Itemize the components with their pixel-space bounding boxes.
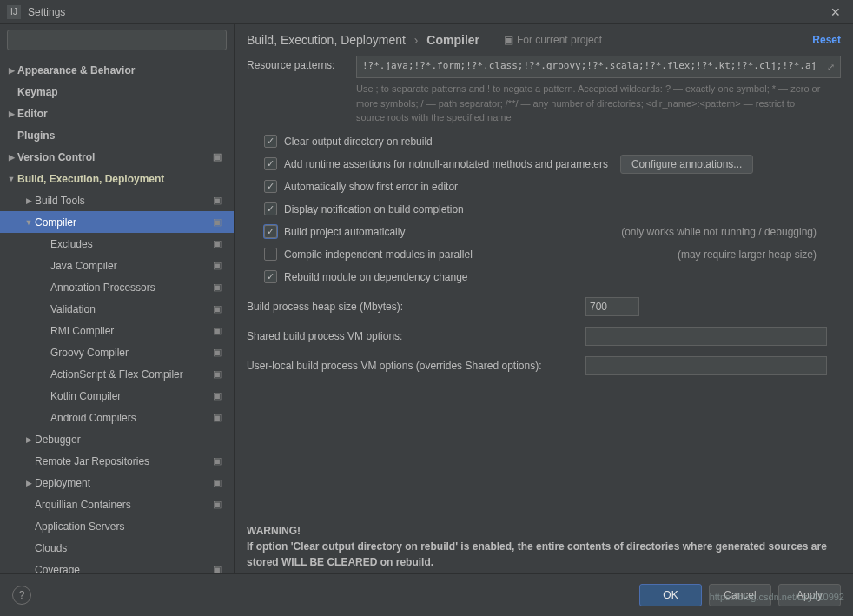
heap-size-input[interactable] [585,297,639,316]
search-input[interactable] [7,30,227,50]
tree-item-groovy-compiler[interactable]: Groovy Compiler▣ [0,341,234,363]
tree-item-build-tools[interactable]: ▶Build Tools▣ [0,189,234,211]
tree-item-rmi-compiler[interactable]: RMI Compiler▣ [0,320,234,341]
tree-item-excludes[interactable]: Excludes▣ [0,233,234,255]
project-scope-icon: ▣ [213,238,227,249]
tree-item-debugger[interactable]: ▶Debugger [0,428,234,450]
breadcrumb-current: Compiler [426,33,479,47]
tree-item-label: Kotlin Compiler [50,390,121,402]
project-scope-icon: ▣ [213,260,227,271]
compile-parallel-label: Compile independent modules in parallel [284,248,473,261]
display-notification-checkbox[interactable]: ✓ [264,202,277,215]
tree-item-label: Android Compilers [50,412,136,424]
tree-arrow-icon: ▶ [5,66,17,75]
tree-arrow-icon: ▶ [23,196,35,205]
breadcrumb-parent[interactable]: Build, Execution, Deployment [247,33,406,47]
tree-item-build-execution-deployment[interactable]: ▼Build, Execution, Deployment [0,168,234,189]
tree-item-actionscript-flex-compiler[interactable]: ActionScript & Flex Compiler▣ [0,363,234,385]
compile-parallel-note: (may require larger heap size) [678,248,841,261]
tree-item-label: Arquillian Containers [35,499,131,511]
project-scope-icon: ▣ [213,347,227,358]
titlebar: IJ Settings ✕ [0,0,853,24]
tree-item-annotation-processors[interactable]: Annotation Processors▣ [0,276,234,298]
rebuild-dep-label: Rebuild module on dependency change [284,271,468,283]
project-scope-icon: ▣ [213,390,227,401]
breadcrumb: Build, Execution, Deployment › Compiler [247,33,479,47]
resource-patterns-input[interactable]: !?*.java;!?*.form;!?*.class;!?*.groovy;!… [356,56,841,78]
cancel-button[interactable]: Cancel [709,584,771,606]
project-scope-icon: ▣ [213,303,227,315]
configure-annotations-button[interactable]: Configure annotations... [620,155,753,174]
tree-item-label: Excludes [50,238,93,250]
resource-patterns-hint: Use ; to separate patterns and ! to nega… [247,82,841,125]
rebuild-dep-checkbox[interactable]: ✓ [264,270,277,283]
tree-arrow-icon: ▼ [5,175,17,183]
clear-output-checkbox[interactable]: ✓ [264,135,277,148]
tree-item-compiler[interactable]: ▼Compiler▣ [0,211,234,233]
project-scope-icon: ▣ [213,455,227,467]
tree-item-label: Java Compiler [50,260,117,272]
footer: ? OK Cancel Apply https://blog.csdn.net/… [0,573,853,616]
ok-button[interactable]: OK [639,584,702,606]
content-panel: Build, Execution, Deployment › Compiler … [235,24,853,573]
user-vm-label: User-local build process VM options (ove… [247,360,585,372]
reset-link[interactable]: Reset [812,34,841,46]
tree-item-version-control[interactable]: ▶Version Control▣ [0,146,234,168]
shared-vm-input[interactable] [585,327,827,346]
tree-item-coverage[interactable]: Coverage▣ [0,559,234,573]
tree-item-label: Annotation Processors [50,282,155,294]
sidebar: ▶Appearance & BehaviorKeymap▶EditorPlugi… [0,24,235,573]
tree-item-label: Plugins [17,129,55,142]
tree-item-android-compilers[interactable]: Android Compilers▣ [0,407,234,428]
tree-item-java-compiler[interactable]: Java Compiler▣ [0,255,234,276]
tree-item-label: Deployment [35,477,90,489]
project-scope-icon: ▣ [213,195,227,206]
tree-item-label: Groovy Compiler [50,347,129,359]
help-button[interactable]: ? [12,586,31,605]
tree-item-label: Debugger [35,434,81,446]
tree-item-label: Appearance & Behavior [17,64,135,76]
chevron-right-icon: › [414,33,419,47]
project-scope-icon: ▣ [213,412,227,423]
project-scope-icon: ▣ [213,499,227,510]
project-scope-icon: ▣ [213,325,227,336]
tree-item-clouds[interactable]: Clouds [0,537,234,559]
close-button[interactable]: ✕ [825,5,846,19]
tree-item-appearance-behavior[interactable]: ▶Appearance & Behavior [0,59,234,81]
tree-arrow-icon: ▼ [23,218,35,227]
compile-parallel-checkbox[interactable] [264,248,277,261]
tree-item-deployment[interactable]: ▶Deployment▣ [0,472,234,493]
settings-tree: ▶Appearance & BehaviorKeymap▶EditorPlugi… [0,56,234,573]
tree-item-label: Coverage [35,564,80,574]
tree-item-editor[interactable]: ▶Editor [0,103,234,124]
build-auto-checkbox[interactable]: ✓ [264,225,277,238]
tree-item-label: RMI Compiler [50,325,114,337]
tree-arrow-icon: ▶ [23,435,35,444]
tree-item-label: Build Tools [35,195,85,207]
project-scope-icon: ▣ [213,477,227,488]
tree-item-keymap[interactable]: Keymap [0,81,234,103]
build-auto-note: (only works while not running / debuggin… [621,226,841,238]
project-scope-icon: ▣ [213,564,227,573]
tree-item-label: Build, Execution, Deployment [17,173,164,185]
user-vm-input[interactable] [585,356,827,375]
apply-button[interactable]: Apply [778,584,841,606]
tree-item-validation[interactable]: Validation▣ [0,298,234,320]
project-icon: ▣ [504,34,513,46]
expand-icon[interactable]: ⤢ [827,62,835,73]
project-scope-icon: ▣ [213,368,227,380]
tree-item-label: Validation [50,303,96,315]
tree-arrow-icon: ▶ [5,109,17,118]
tree-item-remote-jar-repositories[interactable]: Remote Jar Repositories▣ [0,450,234,472]
shared-vm-label: Shared build process VM options: [247,330,585,342]
tree-item-application-servers[interactable]: Application Servers [0,515,234,537]
tree-item-plugins[interactable]: Plugins [0,124,234,146]
tree-item-arquillian-containers[interactable]: Arquillian Containers▣ [0,493,234,515]
resource-patterns-label: Resource patterns: [247,56,356,71]
add-assertions-checkbox[interactable]: ✓ [264,157,277,170]
heap-size-label: Build process heap size (Mbytes): [247,301,585,313]
tree-item-kotlin-compiler[interactable]: Kotlin Compiler▣ [0,385,234,407]
build-auto-label: Build project automatically [284,226,405,238]
tree-item-label: ActionScript & Flex Compiler [50,368,183,381]
auto-show-error-checkbox[interactable]: ✓ [264,180,277,193]
